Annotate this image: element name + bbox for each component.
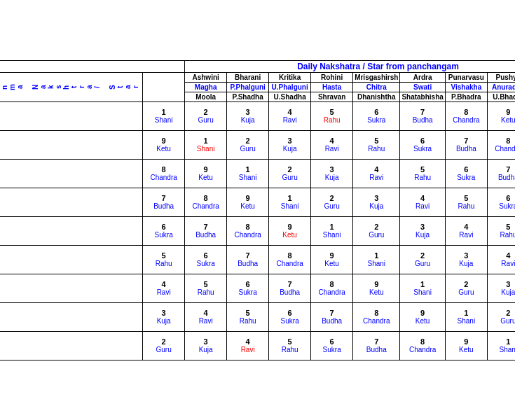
cell-number: 2 <box>506 309 510 317</box>
col-header-2-1: Magha <box>185 82 227 92</box>
cell-number: 8 <box>374 309 378 317</box>
data-cell: 8Chandra <box>487 130 515 159</box>
data-cell: 4Ravi <box>143 274 185 302</box>
corner-cell <box>143 72 185 102</box>
col-header-1-4: Rohini <box>311 72 353 82</box>
cell-number: 4 <box>464 223 468 231</box>
cell-number: 1 <box>330 223 334 231</box>
data-cell: 9Ketu <box>143 130 185 159</box>
data-cell: 3Kuja <box>185 331 227 360</box>
cell-planet: Ketu <box>156 145 171 153</box>
cell-number: 4 <box>288 108 292 116</box>
cell-number: 3 <box>420 223 425 231</box>
data-cell: 8Chandra <box>227 216 269 245</box>
cell-number: 8 <box>288 251 292 260</box>
data-cell: 5Rahu <box>143 245 185 274</box>
row-label: BharaniP.PhalguniP.Shadha <box>0 130 143 159</box>
cell-number: 3 <box>288 136 292 145</box>
cell-planet: Rahu <box>324 116 341 124</box>
data-cell: 1Shani <box>143 102 185 130</box>
data-cell: 4Ravi <box>445 216 487 245</box>
cell-number: 6 <box>330 337 334 346</box>
data-cell: 6Sukra <box>311 331 353 360</box>
cell-number: 7 <box>464 136 468 145</box>
data-cell: 4Ravi <box>269 102 311 130</box>
data-cell: 3Kuja <box>227 102 269 130</box>
cell-number: 7 <box>246 251 250 260</box>
data-cell: 4Ravi <box>311 130 353 159</box>
table-row: PunarvasuVishakhaP.Bhadra4Ravi5Rahu6Sukr… <box>0 274 515 302</box>
cell-planet: Ketu <box>416 317 430 325</box>
col-header-1-2: Bharani <box>227 72 269 82</box>
col-header-1-6: Ardra <box>400 72 445 82</box>
data-cell: 5Rahu <box>311 102 353 130</box>
cell-planet: Kuja <box>501 288 515 296</box>
cell-number: 4 <box>330 136 334 145</box>
data-cell: 9Ketu <box>400 302 445 331</box>
cell-planet: Ravi <box>283 116 297 124</box>
cell-number: 5 <box>330 108 334 116</box>
cell-number: 6 <box>162 223 166 231</box>
cell-planet: Budha <box>456 145 476 153</box>
cell-planet: Sukra <box>155 231 173 239</box>
cell-number: 4 <box>420 194 425 202</box>
col-header-2-3: U.Phalguni <box>269 82 311 92</box>
data-cell: 2Guru <box>269 159 311 188</box>
data-cell: 1Shani <box>227 159 269 188</box>
cell-number: 9 <box>464 337 468 346</box>
cell-planet: Guru <box>324 202 340 210</box>
cell-number: 2 <box>420 251 425 260</box>
cell-number: 8 <box>420 337 425 346</box>
col-header-2-7: Vishakha <box>445 82 487 92</box>
cell-planet: Ketu <box>240 202 255 210</box>
cell-planet: Shani <box>367 260 385 267</box>
cell-planet: Sukra <box>197 260 215 267</box>
cell-number: 4 <box>162 280 166 288</box>
cell-number: 6 <box>204 251 208 260</box>
cell-number: 7 <box>420 108 425 116</box>
cell-planet: Guru <box>282 174 298 181</box>
cell-planet: Ravi <box>459 231 473 239</box>
data-cell: 9Ketu <box>445 331 487 360</box>
col-header-3-2: P.Shadha <box>227 92 269 102</box>
cell-planet: Chandra <box>409 346 436 354</box>
col-header-2-8: Anuradha <box>487 82 515 92</box>
data-cell: 5Rahu <box>227 302 269 331</box>
cell-number: 8 <box>204 194 208 202</box>
cell-planet: Budha <box>195 231 216 239</box>
title-row: Daily Nakshatra / Star from panchangam <box>0 60 515 72</box>
col-header-1-8: Pushya <box>487 72 515 82</box>
data-cell: 2Guru <box>227 130 269 159</box>
cell-number: 8 <box>246 223 250 231</box>
cell-number: 5 <box>464 194 468 202</box>
cell-planet: Rahu <box>156 260 172 267</box>
cell-planet: Guru <box>458 288 474 296</box>
cell-number: 2 <box>288 165 292 174</box>
cell-number: 6 <box>464 165 468 174</box>
data-cell: 9Ketu <box>353 274 400 302</box>
cell-planet: Rahu <box>368 145 385 153</box>
data-cell: 3Kuja <box>143 302 185 331</box>
cell-number: 5 <box>506 223 510 231</box>
cell-number: 7 <box>162 194 166 202</box>
table-title: Daily Nakshatra / Star from panchangam <box>185 60 515 72</box>
data-cell: 7Budha <box>143 188 185 216</box>
data-cell: 1Shani <box>445 302 487 331</box>
cell-number: 5 <box>246 309 250 317</box>
cell-planet: Ketu <box>459 346 474 354</box>
cell-number: 9 <box>204 165 208 174</box>
data-cell: 7Budha <box>487 159 515 188</box>
cell-planet: Rahu <box>458 202 474 210</box>
cell-number: 3 <box>374 194 378 202</box>
data-cell: 1Shani <box>487 331 515 360</box>
cell-planet: Ketu <box>501 116 515 124</box>
cell-number: 1 <box>374 251 378 260</box>
cell-planet: Sukra <box>239 288 257 296</box>
data-cell: 5Rahu <box>353 130 400 159</box>
row-label: KritikaU.PhalguniU.Shadha <box>0 159 143 188</box>
data-cell: 6Sukra <box>227 274 269 302</box>
col-header-3-8: U.Bhadra <box>487 92 515 102</box>
y-axis-label: Your Janma Nakshtra/ Star <box>0 72 143 102</box>
cell-planet: Chandra <box>234 231 261 239</box>
data-cell: 4Ravi <box>353 159 400 188</box>
